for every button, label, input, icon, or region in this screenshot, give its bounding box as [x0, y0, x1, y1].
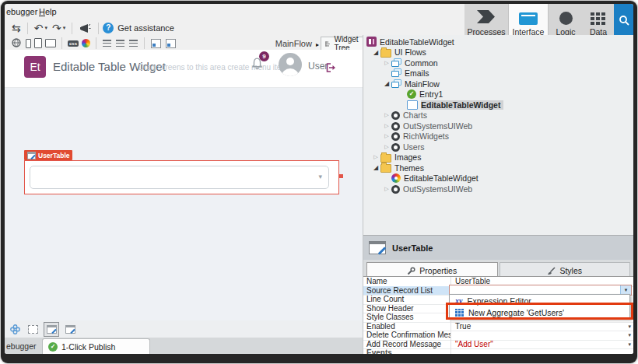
reference-icon	[391, 122, 400, 131]
container-widget-icon[interactable]	[26, 323, 40, 336]
app-logo: Et	[24, 56, 46, 78]
tree-item-theme-outsystemsuiweb[interactable]: ▷ OutSystemsUIWeb	[363, 184, 633, 194]
editable-table-widget[interactable]: ▾	[24, 160, 339, 194]
tree-item-mainflow[interactable]: ◢ MainFlow	[363, 79, 633, 89]
tablet-preview-icon[interactable]	[34, 38, 42, 48]
toolbar-separator	[144, 37, 145, 49]
search-button[interactable]	[614, 4, 633, 37]
desktop-preview-icon[interactable]	[45, 39, 56, 47]
tree-item-emails[interactable]: Emails	[363, 68, 633, 79]
tree-label: EditableTableWidget	[421, 100, 500, 110]
tree-label: RichWidgets	[403, 131, 449, 141]
ui-flow-icon	[391, 79, 401, 89]
phone-preview-icon[interactable]	[26, 39, 31, 48]
tree-item-editabletablewidget[interactable]: EditableTableWidget	[363, 100, 633, 110]
entry-point-icon: ✓	[407, 89, 416, 99]
tree-item-ui-flows[interactable]: ◢ UI Flows	[363, 47, 633, 58]
dropdown-arrow-icon[interactable]: ▾	[628, 332, 631, 338]
recent-widgets-strip	[5, 320, 366, 338]
get-assistance-button[interactable]: ? Get assistance	[103, 23, 174, 33]
expander-closed-icon[interactable]: ▷	[371, 154, 380, 160]
table-records-widget-icon[interactable]	[63, 323, 77, 336]
service-studio-window: ebugger Help ⇆ ↶ ▾ ↷ ▾ ? Get assistance …	[5, 4, 633, 354]
expander-closed-icon[interactable]: ▷	[382, 144, 391, 150]
expander-closed-icon[interactable]: ▷	[382, 112, 391, 118]
align-left-icon[interactable]	[103, 40, 111, 47]
web-screen-icon	[407, 100, 418, 110]
megaphone-icon[interactable]	[79, 23, 91, 33]
theme-colors-icon[interactable]	[82, 39, 90, 47]
search-icon	[619, 15, 629, 26]
tree-label: EditableTableWidget	[404, 173, 478, 183]
tree-item-users[interactable]: ▷ Users	[363, 142, 633, 152]
undo-icon[interactable]: ↶	[34, 20, 44, 36]
properties-title: UserTable	[392, 243, 433, 253]
tree-icon	[325, 40, 331, 47]
dropdown-arrow-icon[interactable]: ▾	[628, 341, 631, 348]
tree-label: UI Flows	[394, 47, 426, 57]
annotation-highlight	[446, 303, 633, 320]
editable-table-icon	[369, 241, 386, 254]
property-row-events[interactable]: Events	[363, 348, 633, 354]
undo-caret-icon[interactable]: ▾	[44, 25, 47, 31]
align-right-icon[interactable]	[129, 40, 138, 47]
combo-box-placeholder[interactable]: ▾	[30, 166, 329, 189]
dropdown-arrow-icon[interactable]: ▾	[628, 324, 631, 330]
align-center-icon[interactable]	[116, 40, 124, 47]
user-menu-label[interactable]: User	[308, 61, 328, 72]
tree-item-theme-editabletablewidget[interactable]: EditableTableWidget	[363, 173, 633, 184]
reference-icon	[391, 111, 400, 120]
tree-item-outsystemsuiweb[interactable]: ▷ OutSystemsUIWeb	[363, 121, 633, 131]
tab-label: Properties	[419, 266, 457, 275]
menu-debugger[interactable]: ebugger	[6, 7, 37, 16]
editable-table-widget-icon[interactable]	[44, 322, 59, 337]
tab-logic[interactable]: Logic	[549, 4, 583, 39]
tree-item-common[interactable]: ▷ Common	[363, 58, 633, 68]
expander-open-icon[interactable]: ◢	[382, 80, 391, 87]
tab-processes[interactable]: Processes	[464, 4, 508, 39]
tree-item-richwidgets[interactable]: ▷ RichWidgets	[363, 131, 633, 142]
css-editor-icon[interactable]: css	[68, 40, 79, 47]
tree-item-entry1[interactable]: ✓ Entry1	[363, 89, 633, 100]
expander-closed-icon[interactable]: ▷	[382, 186, 391, 192]
editable-table-icon	[27, 152, 36, 159]
margin-right-icon[interactable]	[166, 39, 176, 48]
tree-label: Charts	[403, 110, 427, 120]
tree-root-module[interactable]: EditableTableWidget	[363, 37, 633, 47]
expander-closed-icon[interactable]: ▷	[382, 123, 391, 129]
toolbar-separator	[72, 23, 72, 34]
tree-label: EditableTableWidget	[380, 37, 454, 47]
publish-status-icon: ✓	[48, 342, 58, 352]
reference-icon	[391, 143, 400, 152]
redo-icon[interactable]: ↷	[52, 20, 61, 36]
breadcrumb-parent[interactable]: MainFlow	[275, 39, 312, 48]
tree-item-images[interactable]: ▷ Images	[363, 152, 633, 163]
interface-icon	[519, 12, 538, 25]
tab-data[interactable]: Data	[583, 4, 614, 39]
expander-closed-icon[interactable]: ▷	[382, 60, 391, 66]
menu-drop-hint: Drag screens to this area create menu it…	[138, 63, 292, 72]
resize-handle[interactable]	[339, 174, 343, 178]
preview-icon[interactable]	[12, 38, 22, 48]
logout-icon[interactable]	[326, 61, 337, 75]
module-icon	[366, 37, 377, 47]
margin-left-icon[interactable]	[151, 39, 161, 48]
redo-caret-icon[interactable]: ▾	[63, 25, 66, 31]
merge-icon[interactable]: ⇆	[12, 20, 21, 36]
expander-open-icon[interactable]: ◢	[371, 164, 380, 171]
user-avatar[interactable]	[279, 53, 302, 76]
tree-item-charts[interactable]: ▷ Charts	[363, 110, 633, 121]
expander-closed-icon[interactable]: ▷	[382, 133, 391, 139]
tree-item-themes[interactable]: ◢ Themes	[363, 163, 633, 173]
selected-widget-tag[interactable]: UserTable	[24, 150, 72, 160]
menu-help[interactable]: Help	[39, 7, 57, 16]
widget-flower-icon[interactable]	[8, 323, 22, 336]
selected-tree-item: EditableTableWidget	[421, 100, 503, 110]
tab-interface[interactable]: Interface	[508, 4, 549, 39]
screen-canvas[interactable]: Et Editable Table Widget Drag screens to…	[5, 50, 363, 320]
tree-label: MainFlow	[405, 79, 440, 89]
one-click-publish-tab[interactable]: ✓ 1-Click Publish	[42, 338, 150, 354]
expander-open-icon[interactable]: ◢	[371, 49, 380, 56]
debugger-tab[interactable]: ebugger	[6, 341, 37, 351]
tree-label: Themes	[394, 163, 424, 173]
